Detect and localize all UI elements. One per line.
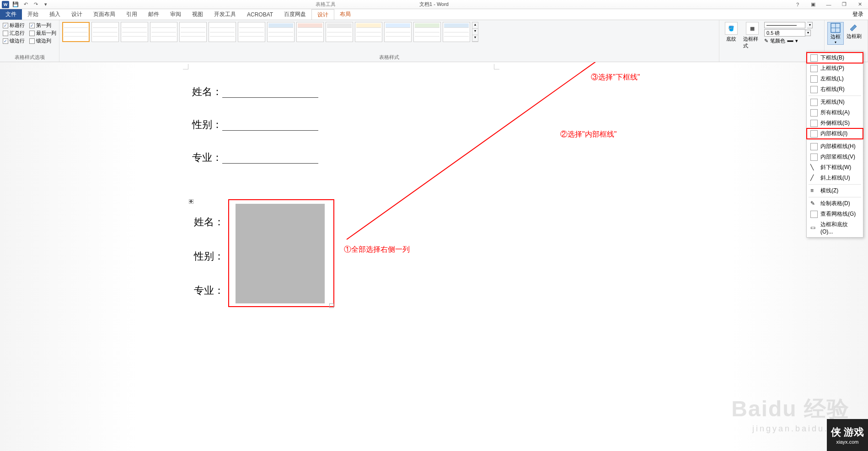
menu-draw-table[interactable]: ✎绘制表格(D)	[807, 198, 863, 209]
table-style-thumb[interactable]	[326, 22, 353, 42]
pen-color-swatch	[787, 40, 793, 42]
close-icon[interactable]: ✕	[854, 1, 865, 7]
qat-save-icon[interactable]: 💾	[12, 1, 19, 8]
border-style-button[interactable]: ▦ 边框样式	[743, 22, 761, 49]
tab-developer[interactable]: 开发工具	[209, 9, 241, 20]
table-style-thumb[interactable]	[443, 22, 470, 42]
page-margin-left	[0, 62, 137, 451]
chk-banded-col[interactable]: 镶边列	[29, 37, 51, 44]
chk-first-col-label: 第一列	[36, 22, 51, 29]
chk-header-row[interactable]: ✓标题行	[3, 22, 25, 29]
group-label-options: 表格样式选项	[3, 54, 56, 61]
margin-corner-icon	[494, 64, 499, 69]
chk-header-row-label: 标题行	[10, 22, 25, 29]
pen-color-button[interactable]: ✎ 笔颜色 ▾	[764, 37, 813, 44]
group-label-styles: 表格样式	[62, 54, 716, 61]
table-style-thumb[interactable]	[355, 22, 382, 42]
outside-border-icon	[810, 120, 818, 127]
table-style-thumb[interactable]	[121, 22, 148, 42]
table-style-thumb[interactable]	[209, 22, 236, 42]
inside-border-icon	[810, 130, 818, 138]
menu-horizontal-line[interactable]: ≡横线(Z)	[807, 186, 863, 196]
menu-all-borders[interactable]: 所有框线(A)	[807, 107, 863, 118]
table-style-thumb[interactable]	[150, 22, 177, 42]
line-style-select[interactable]: ▾	[764, 22, 813, 28]
document-area[interactable]: 姓名： 性别： 专业： ✥ 姓名： 性别： 专业： ①全部选择右侧一列 ②选择"…	[0, 62, 868, 451]
tab-references[interactable]: 引用	[121, 9, 143, 20]
menu-diagonal-up[interactable]: ╱斜上框线(U)	[807, 173, 863, 183]
annotation-arrow	[333, 62, 644, 244]
menu-label: 斜上框线(U)	[820, 174, 850, 182]
ribbon-toggle-icon[interactable]: ▣	[808, 1, 819, 7]
tab-view[interactable]: 视图	[187, 9, 209, 20]
tab-table-design[interactable]: 设计	[311, 9, 334, 20]
table-style-thumb[interactable]	[62, 22, 90, 42]
menu-label: 下框线(B)	[820, 54, 844, 62]
qat-undo-icon[interactable]: ↶	[22, 1, 29, 8]
qat-more-icon[interactable]: ▾	[42, 1, 49, 8]
tab-table-layout[interactable]: 布局	[334, 9, 356, 20]
qat-redo-icon[interactable]: ↷	[32, 1, 39, 8]
border-style-icon: ▦	[746, 22, 759, 35]
menu-bottom-border[interactable]: 下框线(B)	[807, 53, 863, 63]
tab-review[interactable]: 审阅	[165, 9, 187, 20]
menu-inside-borders[interactable]: 内部框线(I)	[807, 128, 863, 139]
pen-icon: ✎	[764, 38, 768, 44]
menu-outside-borders[interactable]: 外侧框线(S)	[807, 118, 863, 128]
menu-view-gridlines[interactable]: 查看网格线(G)	[807, 209, 863, 219]
restore-icon[interactable]: ❐	[839, 1, 850, 7]
help-icon[interactable]: ?	[792, 2, 803, 7]
chk-banded-row-label: 镶边行	[10, 37, 25, 44]
line-weight-select[interactable]: 0.5 磅 ▾	[764, 29, 813, 37]
table-style-thumb[interactable]	[384, 22, 412, 42]
chk-first-col[interactable]: ✓第一列	[29, 22, 51, 29]
borders-button[interactable]: 边框▾	[827, 22, 844, 45]
menu-left-border[interactable]: 左框线(L)	[807, 74, 863, 84]
margin-corner-icon	[183, 64, 188, 69]
chk-last-col[interactable]: 最后一列	[29, 30, 56, 37]
menu-diagonal-down[interactable]: ╲斜下框线(W)	[807, 162, 863, 173]
gallery-up-icon[interactable]: ▴	[472, 22, 478, 29]
menu-top-border[interactable]: 上框线(P)	[807, 63, 863, 74]
tab-mailings[interactable]: 邮件	[143, 9, 165, 20]
tab-file[interactable]: 文件	[0, 9, 22, 20]
tab-acrobat[interactable]: ACROBAT	[241, 9, 279, 20]
table-style-thumb[interactable]	[91, 22, 119, 42]
chk-banded-row[interactable]: ✓镶边行	[3, 37, 25, 44]
tab-insert[interactable]: 插入	[44, 9, 66, 20]
menu-separator	[809, 184, 861, 185]
menu-inside-vertical[interactable]: 内部竖框线(V)	[807, 152, 863, 162]
minimize-icon[interactable]: —	[823, 2, 834, 7]
tab-home[interactable]: 开始	[22, 9, 44, 20]
chk-total-row[interactable]: 汇总行	[3, 30, 25, 37]
svg-line-3	[347, 62, 635, 239]
table-style-thumb[interactable]	[179, 22, 207, 42]
table-move-handle-icon[interactable]: ✥	[189, 199, 193, 204]
tab-design[interactable]: 设计	[66, 9, 88, 20]
menu-right-border[interactable]: 右框线(R)	[807, 84, 863, 95]
underline	[222, 86, 318, 98]
menu-label: 横线(Z)	[820, 187, 838, 195]
menu-borders-dialog[interactable]: ▭边框和底纹(O)...	[807, 219, 863, 236]
line-weight-value: 0.5 磅	[764, 29, 805, 37]
menu-separator	[809, 96, 861, 96]
gallery-down-icon[interactable]: ▾	[472, 29, 478, 35]
login-link[interactable]: 登录	[852, 9, 868, 20]
shading-button[interactable]: 🪣 底纹	[722, 22, 740, 49]
table-style-thumb[interactable]	[238, 22, 265, 42]
table-style-thumb[interactable]	[296, 22, 324, 42]
tab-baidu[interactable]: 百度网盘	[279, 9, 311, 20]
menu-label: 左框线(L)	[820, 75, 844, 83]
border-painter-button[interactable]: 边框刷	[846, 22, 862, 45]
borders-grid-icon	[830, 22, 841, 33]
table-resize-handle-icon[interactable]	[329, 303, 334, 308]
chevron-down-icon[interactable]: ▾	[805, 30, 811, 36]
menu-inside-horizontal[interactable]: 内部横框线(H)	[807, 141, 863, 152]
annotation-text-2: ②选择"内部框线"	[560, 130, 616, 139]
gallery-more-icon[interactable]: ▾	[472, 35, 478, 42]
table-style-thumb[interactable]	[267, 22, 295, 42]
menu-no-border[interactable]: 无框线(N)	[807, 97, 863, 107]
chevron-down-icon[interactable]: ▾	[807, 22, 813, 28]
table-style-thumb[interactable]	[413, 22, 441, 42]
tab-page-layout[interactable]: 页面布局	[88, 9, 121, 20]
